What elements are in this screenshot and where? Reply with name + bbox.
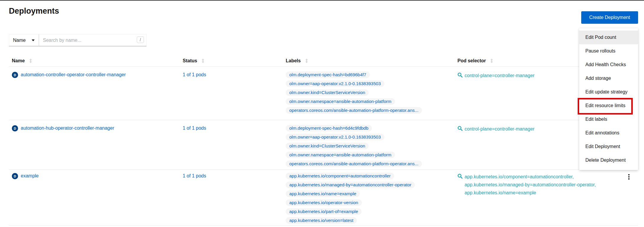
label-chip[interactable]: operators.coreos.com/ansible-automation-… bbox=[286, 161, 422, 167]
menu-item-edit-resource-limits[interactable]: Edit resource limits bbox=[579, 99, 638, 112]
pod-selector-link-group: app.kubernetes.io/component=automationco… bbox=[465, 173, 596, 197]
status-cell: 1 of 1 pods bbox=[180, 173, 283, 225]
column-header-label: Name bbox=[12, 58, 25, 64]
search-shortcut-badge: / bbox=[137, 36, 144, 43]
label-chip[interactable]: app.kubernetes.io/managed-by=automationc… bbox=[286, 182, 415, 188]
deployment-name-link[interactable]: example bbox=[21, 173, 38, 179]
table-row: Dautomation-controller-operator-controll… bbox=[9, 67, 638, 120]
name-cell: Dautomation-hub-operator-controller-mana… bbox=[9, 125, 180, 169]
actions-dropdown-menu: Edit Pod countPause rolloutsAdd Health C… bbox=[579, 28, 638, 170]
menu-item-add-health-checks[interactable]: Add Health Checks bbox=[579, 58, 638, 72]
column-header-labels[interactable]: Labels bbox=[283, 58, 455, 64]
label-chip[interactable]: olm.owner.namespace=ansible-automation-p… bbox=[286, 98, 395, 105]
label-chip[interactable]: olm.owner=aap-operator.v2.1.0-0.16383935… bbox=[286, 80, 384, 87]
pod-selector-link[interactable]: app.kubernetes.io/component=automationco… bbox=[465, 173, 596, 181]
pod-selector-link-group: control-plane=controller-manager bbox=[465, 125, 534, 133]
table-row: Dautomation-hub-operator-controller-mana… bbox=[9, 120, 638, 170]
label-chip[interactable]: olm.owner=aap-operator.v2.1.0-0.16383935… bbox=[286, 134, 384, 140]
caret-down-icon bbox=[32, 39, 35, 41]
name-cell: Dexample bbox=[9, 173, 180, 225]
menu-item-edit-update-strategy[interactable]: Edit update strategy bbox=[579, 85, 638, 99]
menu-item-edit-deployment[interactable]: Edit Deployment bbox=[579, 140, 638, 153]
status-cell: 1 of 1 pods bbox=[180, 125, 283, 169]
pods-status-link[interactable]: 1 of 1 pods bbox=[183, 173, 206, 178]
menu-item-add-storage[interactable]: Add storage bbox=[579, 72, 638, 85]
pods-status-link[interactable]: 1 of 1 pods bbox=[183, 72, 206, 77]
table-header: NameStatusLabelsPod selector bbox=[9, 55, 638, 67]
menu-item-edit-annotations[interactable]: Edit annotations bbox=[579, 126, 638, 140]
column-header-label: Labels bbox=[286, 58, 301, 64]
menu-item-pause-rollouts[interactable]: Pause rollouts bbox=[579, 44, 638, 58]
pod-selector-link[interactable]: control-plane=controller-manager bbox=[465, 72, 534, 80]
labels-cell: olm.deployment-spec-hash=bd696b4f7olm.ow… bbox=[283, 72, 455, 120]
deployment-name-link[interactable]: automation-controller-operator-controlle… bbox=[21, 72, 126, 78]
table-row: Dexample1 of 1 podsapp.kubernetes.io/com… bbox=[9, 170, 638, 226]
kebab-icon bbox=[628, 174, 630, 225]
column-header-name[interactable]: Name bbox=[9, 58, 180, 64]
create-deployment-button[interactable]: Create Deployment bbox=[581, 11, 638, 24]
search-icon bbox=[457, 174, 462, 179]
pod-selector-link[interactable]: control-plane=controller-manager bbox=[465, 125, 534, 133]
label-chip[interactable]: olm.deployment-spec-hash=6d4c9fdbdb bbox=[286, 125, 372, 131]
label-chip[interactable]: olm.deployment-spec-hash=bd696b4f7 bbox=[286, 72, 370, 78]
menu-item-edit-labels[interactable]: Edit labels bbox=[579, 112, 638, 126]
label-chip[interactable]: olm.owner.namespace=ansible-automation-p… bbox=[286, 152, 395, 158]
sort-icon bbox=[305, 58, 309, 63]
pod-selector-link[interactable]: app.kubernetes.io/managed-by=automationc… bbox=[465, 181, 596, 189]
search-icon bbox=[457, 126, 462, 131]
column-header-label: Pod selector bbox=[457, 58, 486, 64]
filter-type-dropdown[interactable]: Name bbox=[9, 34, 39, 46]
search-box: / bbox=[39, 34, 147, 46]
deployment-resource-badge: D bbox=[12, 125, 18, 131]
row-actions-cell bbox=[611, 173, 638, 225]
status-cell: 1 of 1 pods bbox=[180, 72, 283, 120]
deployments-table: NameStatusLabelsPod selector Dautomation… bbox=[9, 55, 638, 226]
pod-selector-cell: app.kubernetes.io/component=automationco… bbox=[455, 173, 611, 225]
name-cell: Dautomation-controller-operator-controll… bbox=[9, 72, 180, 120]
window-top-border bbox=[0, 0, 644, 1]
kebab-menu-button[interactable] bbox=[627, 173, 630, 225]
pod-selector-link[interactable]: app.kubernetes.io/name=example bbox=[465, 189, 596, 197]
column-header-label: Status bbox=[183, 58, 197, 64]
label-chip[interactable]: app.kubernetes.io/version=latest bbox=[286, 217, 357, 224]
search-icon bbox=[457, 72, 462, 77]
labels-cell: app.kubernetes.io/component=automationco… bbox=[283, 173, 455, 225]
column-header-status[interactable]: Status bbox=[180, 58, 283, 64]
filter-type-label: Name bbox=[13, 38, 26, 43]
menu-item-edit-pod-count[interactable]: Edit Pod count bbox=[579, 31, 638, 44]
search-input[interactable] bbox=[39, 34, 146, 46]
label-chip[interactable]: olm.owner.kind=ClusterServiceVersion bbox=[286, 143, 369, 149]
pod-selector-link-group: control-plane=controller-manager bbox=[465, 72, 534, 80]
deployment-resource-badge: D bbox=[12, 173, 18, 179]
sort-icon bbox=[29, 58, 33, 63]
sort-icon bbox=[201, 58, 205, 63]
label-chip[interactable]: app.kubernetes.io/name=example bbox=[286, 191, 360, 197]
table-body: Dautomation-controller-operator-controll… bbox=[9, 67, 638, 226]
page-title: Deployments bbox=[9, 7, 59, 16]
menu-item-delete-deployment[interactable]: Delete Deployment bbox=[579, 153, 638, 167]
label-chip[interactable]: app.kubernetes.io/operator-version bbox=[286, 199, 362, 206]
filter-toolbar: Name / bbox=[9, 34, 147, 46]
label-chip[interactable]: operators.coreos.com/ansible-automation-… bbox=[286, 107, 422, 114]
labels-cell: olm.deployment-spec-hash=6d4c9fdbdbolm.o… bbox=[283, 125, 455, 169]
deployment-resource-badge: D bbox=[12, 72, 18, 78]
label-chip[interactable]: app.kubernetes.io/part-of=example bbox=[286, 208, 362, 215]
sort-icon bbox=[490, 58, 494, 63]
label-chip[interactable]: app.kubernetes.io/component=automationco… bbox=[286, 173, 394, 179]
deployment-name-link[interactable]: automation-hub-operator-controller-manag… bbox=[21, 125, 114, 131]
pods-status-link[interactable]: 1 of 1 pods bbox=[183, 126, 206, 131]
label-chip[interactable]: olm.owner.kind=ClusterServiceVersion bbox=[286, 89, 369, 96]
